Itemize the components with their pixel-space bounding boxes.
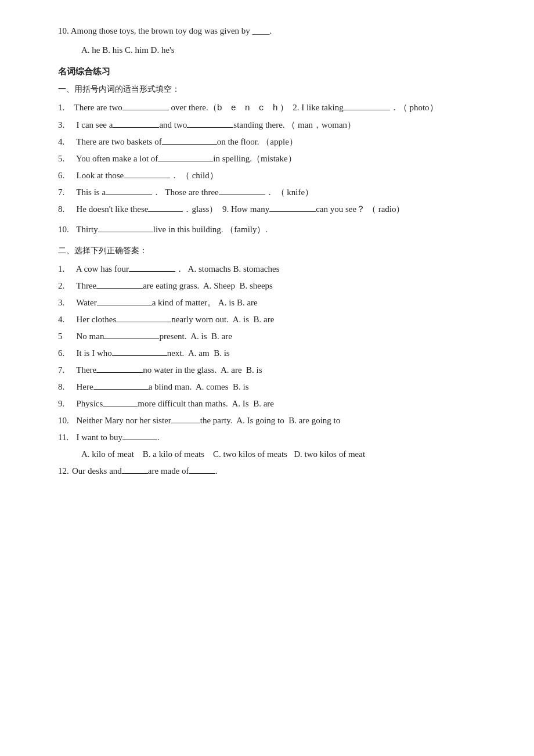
s2-q11-text2: . [157,430,160,445]
q3-blank1 [113,118,159,128]
section1-q6: 6. Look at those ． （ child） [58,168,488,183]
s2-q11-opts-text: A. kilo of meat B. a kilo of meats C. tw… [81,447,365,462]
s2-q7-text2: no water in the glass. A. are B. is [143,362,262,378]
s2-q9-blank [103,397,138,406]
q5-blank [158,152,213,161]
s2-q12-num: 12. [58,463,72,479]
s2-q12-text1: Our desks and [72,463,122,479]
s2-q10-blank [171,414,200,423]
q3-text3: standing there. （ man，woman） [233,117,356,133]
q7-text1: This is a [72,185,106,200]
q6-text2: ． （ child） [170,168,218,183]
q1-text1: There are two [72,100,122,116]
q10-text1: Thirty [72,222,98,237]
s2-q9: 9. Physics more difficult than maths. A.… [58,396,488,412]
q1-text3: ．（ photo） [390,100,438,116]
s2-q3-text2: a kind of matter。 A. is B. are [152,295,258,311]
s2-q5: 5 No man present. A. is B. are [58,329,488,344]
s2-q10-text2: the party. A. Is going to B. are going t… [200,413,341,429]
section1-q4: 4. There are two baskets of on the floor… [58,134,488,150]
s2-q2-text2: are eating grass. A. Sheep B. sheeps [143,278,273,294]
q10-text2: live in this building. （family）. [153,222,268,237]
q3-num: 3. [58,117,72,133]
q4-blank [162,135,217,145]
s2-q3: 3. Water a kind of matter。 A. is B. are [58,295,488,311]
s2-q1-text2: ． A. stomachs B. stomaches [175,261,280,277]
q1-num: 1. [58,100,72,116]
q8-blank2 [269,203,316,212]
s2-q8-text1: Here [72,379,93,395]
s2-q6-text2: next. A. am B. is [167,345,230,361]
s2-q5-blank [104,330,159,339]
s2-q4-num: 4. [58,312,72,327]
s2-q2-num: 2. [58,278,72,294]
q6-text1: Look at those [72,168,124,183]
s2-q11: 11. I want to buy . [58,430,488,445]
q10-num: 10. [58,222,72,237]
s2-q6-num: 6. [58,345,72,361]
q3-text2: and two [159,117,187,133]
q8-blank1 [148,203,183,212]
s2-q11-text1: I want to buy [72,430,122,445]
s2-q8-num: 8. [58,379,72,395]
s2-q7-text1: There [72,362,96,378]
section1-q5: 5. You often make a lot of in spelling.（… [58,151,488,167]
section1-q10: 10. Thirty live in this building. （famil… [58,222,488,237]
s2-q12-blank2 [189,465,215,474]
q7-text3: ． （ knife） [265,185,313,200]
q3-blank2 [187,118,233,128]
s2-q5-text2: present. A. is B. are [159,329,232,344]
q5-text2: in spelling.（mistake） [213,151,296,167]
section1-q8: 8. He doesn't like these ．glass） 9. How … [58,201,488,217]
q1-blank2 [344,101,390,110]
s2-q12-text3: . [215,463,218,479]
question-10-top-options: A. he B. his C. him D. he's [81,42,488,58]
s2-q12-blank1 [122,465,148,474]
s2-q7-blank [96,363,143,373]
q6-blank [124,169,170,178]
s2-q4-text2: nearly worn out. A. is B. are [171,312,274,327]
section-title: 名词综合练习 [58,64,488,80]
s2-q6: 6. It is I who next. A. am B. is [58,345,488,361]
s2-q2: 2. Three are eating grass. A. Sheep B. s… [58,278,488,294]
s2-q1-blank [129,262,175,272]
q10-blank [98,223,153,232]
s2-q12-text2: are made of [148,463,189,479]
s2-q1-text1: A cow has four [72,261,129,277]
q4-text1: There are two baskets of [72,134,162,150]
s2-q7-num: 7. [58,362,72,378]
q6-num: 6. [58,168,72,183]
q4-text2: on the floor. （apple） [217,134,298,150]
s2-q12: 12. Our desks and are made of . [58,463,488,479]
s2-q6-text1: It is I who [72,345,112,361]
s2-q11-num: 11. [58,430,72,445]
s2-q8: 8. Here a blind man. A. comes B. is [58,379,488,395]
s2-q3-blank [97,296,152,305]
q1-blank1 [122,101,169,110]
s2-q7: 7. There no water in the glass. A. are B… [58,362,488,378]
s2-q4: 4. Her clothes nearly worn out. A. is B.… [58,312,488,327]
q5-num: 5. [58,151,72,167]
q1-text2: over there.（b e n c h） 2. I like taking [169,100,344,116]
s2-q5-num: 5 [58,329,72,344]
q5-text1: You often make a lot of [72,151,158,167]
s2-q9-text2: more difficult than maths. A. Is B. are [138,396,274,412]
q7-blank1 [106,186,152,195]
s2-q11-options: A. kilo of meat B. a kilo of meats C. tw… [81,447,488,462]
s2-q6-blank [112,347,167,356]
q7-blank2 [219,186,265,195]
s2-q9-text1: Physics [72,396,103,412]
s2-q10-num: 10. [58,413,72,429]
section1-q3: 3. I can see a and two standing there. （… [58,117,488,133]
q8-text1: He doesn't like these [72,201,148,217]
s2-q8-text2: a blind man. A. comes B. is [149,379,249,395]
s2-q3-num: 3. [58,295,72,311]
q3-text1: I can see a [72,117,113,133]
s2-q1-num: 1. [58,261,72,277]
sub-title-2: 二、选择下列正确答案： [58,243,488,258]
s2-q2-blank [96,279,143,289]
q7-text2: ． Those are three [152,185,219,200]
s2-q11-blank [122,431,157,440]
s2-q3-text1: Water [72,295,97,311]
q8-text2: ．glass） 9. How many [183,201,269,217]
